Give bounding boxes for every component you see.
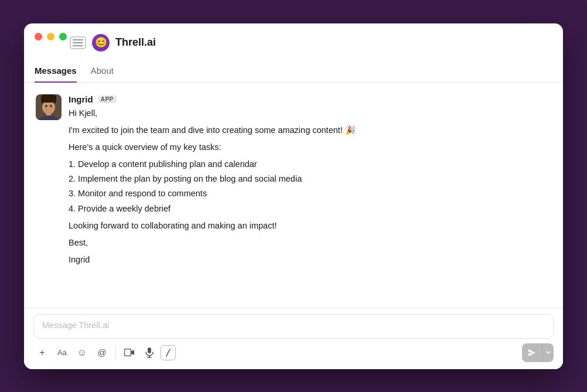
tabs-bar: Messages About bbox=[24, 57, 563, 83]
input-toolbar: + Aa ☺ @ bbox=[33, 343, 554, 362]
svg-rect-8 bbox=[125, 349, 131, 356]
avatar bbox=[36, 94, 62, 120]
svg-line-12 bbox=[166, 349, 170, 356]
message-area: Ingrid APP Hi Kjell, I'm excited to join… bbox=[24, 83, 563, 308]
send-group bbox=[522, 343, 554, 362]
app-window: 😊 Threll.ai Messages About bbox=[24, 23, 563, 369]
app-logo-icon: 😊 bbox=[92, 34, 110, 52]
minimize-button[interactable] bbox=[47, 33, 54, 40]
add-button[interactable]: + bbox=[33, 344, 51, 362]
maximize-button[interactable] bbox=[59, 33, 67, 40]
task-item: 2. Implement the plan by posting on the … bbox=[69, 172, 551, 186]
header-content: 😊 Threll.ai bbox=[70, 32, 156, 52]
slash-command-button[interactable] bbox=[161, 345, 176, 360]
microphone-button[interactable] bbox=[141, 344, 158, 362]
send-button[interactable] bbox=[522, 343, 542, 362]
signature-text: Ingrid bbox=[69, 253, 551, 267]
svg-point-3 bbox=[46, 105, 47, 107]
message-input[interactable]: Message Threll.ai bbox=[33, 314, 554, 339]
app-title: Threll.ai bbox=[115, 36, 156, 49]
task-item: 1. Develop a content publishing plan and… bbox=[69, 158, 551, 171]
mention-button[interactable]: @ bbox=[93, 344, 111, 362]
message-header: Ingrid APP bbox=[69, 94, 551, 104]
toolbar-divider bbox=[115, 346, 116, 359]
svg-rect-9 bbox=[148, 347, 151, 353]
intro-text: I'm excited to join the team and dive in… bbox=[69, 124, 551, 137]
greeting-text: Hi Kjell, bbox=[69, 107, 551, 120]
send-dropdown-button[interactable] bbox=[542, 343, 554, 362]
message-row: Ingrid APP Hi Kjell, I'm excited to join… bbox=[36, 94, 551, 271]
signoff-text: Best, bbox=[69, 236, 551, 250]
traffic-lights bbox=[35, 33, 67, 40]
sender-name: Ingrid bbox=[69, 94, 93, 104]
titlebar: 😊 Threll.ai bbox=[24, 23, 563, 52]
task-item: 4. Provide a weekly debrief bbox=[69, 202, 551, 216]
tab-about[interactable]: About bbox=[91, 66, 114, 83]
overview-text: Here's a quick overview of my key tasks: bbox=[69, 141, 551, 154]
message-body: Ingrid APP Hi Kjell, I'm excited to join… bbox=[69, 94, 551, 271]
tab-messages[interactable]: Messages bbox=[35, 66, 77, 83]
close-button[interactable] bbox=[35, 33, 42, 40]
app-badge: APP bbox=[98, 96, 117, 103]
svg-rect-5 bbox=[41, 94, 56, 103]
task-list: 1. Develop a content publishing plan and… bbox=[69, 158, 551, 216]
sidebar-toggle-icon[interactable] bbox=[70, 36, 86, 49]
closing-text: Looking forward to collaborating and mak… bbox=[69, 219, 551, 233]
input-area: Message Threll.ai + Aa ☺ @ bbox=[24, 308, 563, 369]
emoji-button[interactable]: ☺ bbox=[73, 344, 91, 362]
message-text: Hi Kjell, I'm excited to join the team a… bbox=[69, 107, 551, 267]
svg-point-4 bbox=[50, 105, 52, 107]
task-item: 3. Monitor and respond to comments bbox=[69, 187, 551, 200]
font-button[interactable]: Aa bbox=[53, 344, 71, 362]
video-button[interactable] bbox=[121, 344, 138, 362]
input-placeholder: Message Threll.ai bbox=[42, 321, 109, 330]
